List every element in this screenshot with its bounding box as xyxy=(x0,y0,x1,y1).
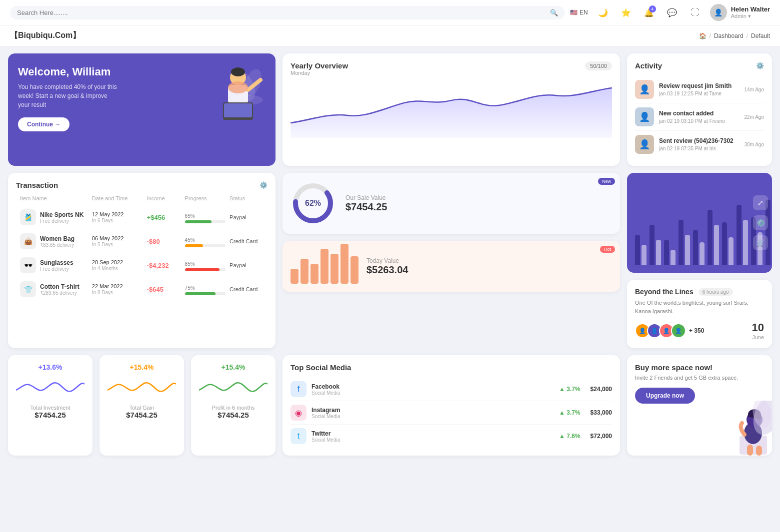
social-info: Twitter Social Media xyxy=(312,430,554,443)
activity-item-title: Sent review (504)236-7302 xyxy=(659,137,740,144)
notification-badge: 4 xyxy=(649,5,656,12)
activity-item: 👤 Sent review (504)236-7302 jan 02 19 07… xyxy=(635,131,764,158)
activity-card: Activity ⚙️ 👤 Review request jim Smith j… xyxy=(627,53,772,166)
item-progress: 45% xyxy=(185,236,226,247)
chart-tool-1[interactable]: ⤢ xyxy=(753,195,768,210)
activity-header: Activity ⚙️ xyxy=(635,61,764,70)
breadcrumb-dashboard[interactable]: Dashboard xyxy=(714,32,744,39)
activity-text: New contact added jan 02 19 03:10 PM at … xyxy=(659,110,740,124)
stat-card: +15.4% Profit in 6 months $7454.25 xyxy=(191,355,276,456)
yearly-overview-card: Yearly Overview Monday 50/100 xyxy=(282,53,620,166)
fullscreen-icon[interactable]: ⛶ xyxy=(687,4,703,20)
home-icon[interactable]: 🏠 xyxy=(699,32,706,39)
buy-space-card: Buy more space now! Invite 2 Friends and… xyxy=(627,355,772,456)
activity-title: Activity xyxy=(635,61,662,70)
svg-rect-13 xyxy=(747,445,753,456)
breadcrumb-default[interactable]: Default xyxy=(751,32,770,39)
stat-value: $7454.25 xyxy=(199,411,268,419)
bar-dark xyxy=(678,220,684,265)
item-icon: 👕 xyxy=(20,281,36,297)
avatar: 👤 xyxy=(671,323,686,338)
user-role: Admin ▾ xyxy=(731,13,770,19)
social-item: f Facebook Social Media ▲ 3.7% $24,000 xyxy=(290,378,612,401)
language-selector[interactable]: 🇺🇸 EN xyxy=(570,9,588,16)
bar-light xyxy=(700,242,704,265)
activity-item-subtitle: jan 02 19 03:10 PM at Fresno xyxy=(659,118,725,124)
social-value: $72,000 xyxy=(590,433,612,440)
favorites-icon[interactable]: ⭐ xyxy=(618,4,634,20)
wave-chart xyxy=(16,375,84,400)
activity-settings-icon[interactable]: ⚙️ xyxy=(756,62,764,69)
item-date: 22 Mar 2022In 8 Days xyxy=(92,283,143,295)
item-status: Paypal xyxy=(230,262,264,268)
item-name: Nike Sports NK xyxy=(40,211,84,218)
bar-dark xyxy=(693,230,698,265)
beyond-avatars: 👤👤👤👤 + 350 xyxy=(635,323,704,338)
search-input[interactable] xyxy=(17,9,546,16)
search-box[interactable]: 🔍 xyxy=(10,6,565,19)
continue-button[interactable]: Continue → xyxy=(18,117,70,131)
stat-label: Profit in 6 months xyxy=(199,405,268,411)
sale-value: $7454.25 xyxy=(346,201,387,213)
user-profile[interactable]: 👤 Helen Walter Admin ▾ xyxy=(710,4,770,21)
beyond-plus-count: + 350 xyxy=(689,327,704,334)
wave-chart xyxy=(108,375,176,400)
stat-label: Total Investment xyxy=(16,405,84,411)
today-inner: Today Value $5263.04 xyxy=(290,249,612,284)
today-value-card: Hot Today Value $5263.04 xyxy=(282,241,620,292)
upgrade-button[interactable]: Upgrade now xyxy=(635,388,695,404)
beyond-time-ago: 6 hours ago xyxy=(698,288,733,296)
activity-thumb: 👤 xyxy=(635,135,654,154)
welcome-illustration xyxy=(190,58,270,136)
beyond-card: Beyond the Lines 6 hours ago One Of the … xyxy=(627,280,772,348)
transaction-settings-icon[interactable]: ⚙️ xyxy=(260,181,268,189)
topnav-right: 🇺🇸 EN 🌙 ⭐ 🔔 4 💬 ⛶ 👤 Helen Walter Admin ▾ xyxy=(570,4,770,21)
svg-rect-7 xyxy=(224,103,252,117)
item-income: -$645 xyxy=(147,286,181,293)
today-value: $5263.04 xyxy=(366,264,408,276)
wave-chart xyxy=(199,375,268,400)
notifications-icon[interactable]: 🔔 4 xyxy=(641,4,657,20)
bar-chart-card: ⤢ ⚙️ 🛒 xyxy=(627,173,772,273)
yearly-badge: 50/100 xyxy=(585,61,612,70)
bar-group xyxy=(736,205,748,265)
bar-light xyxy=(743,220,748,265)
avatar: 👤 xyxy=(710,4,727,21)
social-value: $33,000 xyxy=(590,409,612,416)
social-percent: ▲ 3.7% xyxy=(559,386,580,393)
item-income: -$80 xyxy=(147,238,181,245)
hot-badge: Hot xyxy=(600,246,615,253)
item-sub: ₹83.65 delivery xyxy=(40,242,74,248)
activity-item: 👤 New contact added jan 02 19 03:10 PM a… xyxy=(635,103,764,131)
bar-dark xyxy=(650,225,654,265)
stats-cards: +13.6% Total Investment $7454.25 +15.4% … xyxy=(8,355,276,456)
item-date: 12 May 2022In 6 Days xyxy=(92,211,143,223)
item-progress: 75% xyxy=(185,284,226,295)
search-icon: 🔍 xyxy=(550,9,558,16)
messages-icon[interactable]: 💬 xyxy=(664,4,680,20)
sale-info: Our Sale Value $7454.25 xyxy=(346,194,387,213)
bar-group xyxy=(693,230,704,265)
chart-tool-2[interactable]: ⚙️ xyxy=(753,215,768,230)
social-title: Top Social Media xyxy=(290,363,612,372)
col-date: Date and Time xyxy=(92,195,143,201)
row2: Transaction ⚙️ Item Name Date and Time I… xyxy=(8,173,772,348)
item-sub: Free delivery xyxy=(40,218,84,224)
yearly-chart xyxy=(290,78,612,138)
today-bar xyxy=(310,264,318,284)
item-progress: 65% xyxy=(185,212,226,223)
bar-dark xyxy=(664,240,669,265)
dark-mode-toggle[interactable]: 🌙 xyxy=(595,4,611,20)
activity-item-title: Review request jim Smith xyxy=(659,82,740,89)
today-bar xyxy=(320,249,328,284)
row1: Welcome, William You have completed 40% … xyxy=(8,53,772,166)
stat-card: +15.4% Total Gain $7454.25 xyxy=(100,355,184,456)
social-name: Facebook xyxy=(312,383,554,390)
table-row: 👕 Cotton T-shirt ₹283.65 delivery 22 Mar… xyxy=(16,277,268,301)
sidebar-tools: ⤢ ⚙️ 🛒 xyxy=(753,195,768,250)
today-bar xyxy=(330,254,338,284)
item-info: 👜 Women Bag ₹83.65 delivery xyxy=(20,233,88,249)
chart-tool-3[interactable]: 🛒 xyxy=(753,235,768,250)
item-name: Women Bag xyxy=(40,235,74,242)
buy-title: Buy more space now! xyxy=(635,363,764,372)
